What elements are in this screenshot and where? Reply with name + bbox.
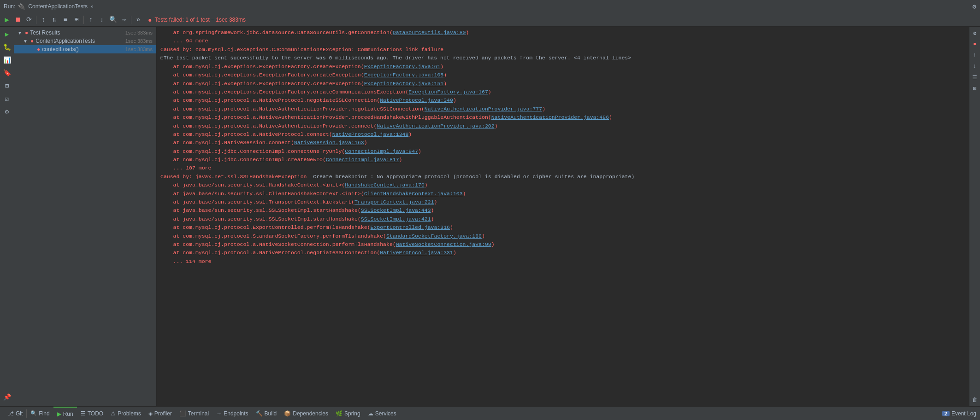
rt-trash-icon[interactable]: 🗑 [970,395,980,404]
rt-layout-icon[interactable]: ⊟ [970,84,980,93]
test-panel: ▼ ● Test Results 1sec 383ms ▼ ● ContentA… [14,27,157,406]
stack-link[interactable]: StandardSocketFactory.java:188 [386,233,482,239]
log-line: ... 94 more [160,37,965,45]
down-btn[interactable]: ↓ [97,15,107,25]
more-btn[interactable]: » [133,15,143,25]
git-label: Git [16,410,23,417]
event-log-label: Event Log [951,410,976,417]
profile-icon[interactable]: 📊 [1,54,12,65]
log-line: Caused by: com.mysql.cj.exceptions.CJCom… [160,46,965,54]
bottom-dependencies[interactable]: 📦 Dependencies [280,407,332,420]
log-expand-btn[interactable]: ⊟ [160,55,164,61]
log-line: at java.base/sun.security.ssl.ClientHand… [160,190,965,198]
stack-link[interactable]: ExceptionFactory.java:61 [364,64,441,70]
log-area[interactable]: at org.springframework.jdbc.datasource.D… [157,27,969,406]
log-line: at com.mysql.cj.exceptions.ExceptionFact… [160,71,965,79]
run-btn[interactable]: ▶ [2,15,12,25]
run-label: Run: [4,3,15,10]
debug-icon[interactable]: 🐛 [1,41,12,52]
collapse-btn[interactable]: ≡ [60,15,71,25]
rt-arrow-down[interactable]: ↓ [970,62,980,71]
stack-link[interactable]: DataSourceUtils.java:80 [393,29,466,35]
run-side-icon[interactable]: ▶ [1,29,12,40]
log-line: Caused by: javax.net.ssl.SSLHandshakeExc… [160,173,965,181]
fail-dot: ● [148,16,152,23]
todo-side-icon[interactable]: ☑ [1,93,12,104]
profiler-icon: ◈ [148,410,153,417]
tree-method[interactable]: ● contextLoads() 1sec 383ms [14,45,156,53]
log-line: at com.mysql.cj.protocol.a.NativeAuthent… [160,122,965,130]
stack-link[interactable]: ExceptionFactory.java:105 [364,72,444,78]
find-icon: 🔍 [30,410,37,416]
method-fail-icon: ● [37,46,40,52]
stack-link[interactable]: NativeAuthenticationProvider.java:486 [491,114,609,120]
stack-link[interactable]: ConnectionImpl.java:947 [345,148,418,154]
rerun-btn[interactable]: ⟳ [24,15,34,25]
class-label: ContentApplicationTests [35,38,95,44]
settings-side-icon[interactable]: ⚙ [1,106,12,117]
bottom-build[interactable]: 🔨 Build [252,407,281,420]
rt-settings-icon[interactable]: ⚙ [970,29,980,38]
endpoints-icon: → [216,410,222,417]
structure-icon[interactable]: ⊞ [1,80,12,91]
stack-link[interactable]: HandshakeContext.java:170 [345,182,425,188]
pin-icon[interactable]: 📌 [1,391,12,402]
rt-scroll-icon[interactable]: ☰ [970,73,980,82]
stack-link[interactable]: NativeSocketConnection.java:99 [396,241,491,247]
build-icon: 🔨 [256,410,263,417]
event-log[interactable]: 2 Event Log [942,410,976,417]
bookmark-icon[interactable]: 🔖 [1,67,12,78]
bottom-spring[interactable]: 🌿 Spring [332,407,364,420]
stack-link[interactable]: NativeSession.java:163 [294,140,364,146]
stack-link[interactable]: ExceptionFactory.java:167 [408,89,488,95]
stack-link[interactable]: SSLSocketImpl.java:421 [361,216,431,222]
bottom-endpoints[interactable]: → Endpoints [213,407,252,420]
stack-link[interactable]: NativeProtocol.java:1348 [332,131,409,137]
stack-link[interactable]: NativeProtocol.java:340 [380,97,453,103]
close-tab-btn[interactable]: × [90,4,93,9]
stack-link[interactable]: ExportControlled.java:316 [370,224,450,230]
stack-link[interactable]: SSLSocketImpl.java:443 [361,207,431,213]
bottom-todo[interactable]: ☰ TODO [77,407,107,420]
rt-up-icon[interactable]: ● [970,40,980,49]
bottom-profiler[interactable]: ◈ Profiler [145,407,176,420]
class-time: 1sec 383ms [125,38,153,44]
stack-link[interactable]: NativeAuthenticationProvider.java:202 [377,123,494,129]
bottom-git[interactable]: ⎇ Git [4,407,26,420]
stack-link[interactable]: NativeProtocol.java:331 [380,250,453,256]
title-bar-left: Run: 🔌 ContentApplicationTests × [4,3,94,10]
stack-link[interactable]: ExceptionFactory.java:151 [364,81,444,87]
side-icons: ▶ 🐛 📊 🔖 ⊞ ☑ ⚙ 📌 [0,27,14,406]
search-btn[interactable]: 🔍 [108,15,118,25]
bottom-run[interactable]: ▶ Run [53,407,77,420]
up-btn[interactable]: ↑ [86,15,96,25]
log-line: at java.base/sun.security.ssl.SSLSocketI… [160,215,965,223]
log-line: at com.mysql.cj.protocol.StandardSocketF… [160,232,965,240]
tree-class[interactable]: ▼ ● ContentApplicationTests 1sec 383ms [14,37,156,45]
bottom-services[interactable]: ☁ Services [364,407,400,420]
endpoints-label: Endpoints [224,410,248,417]
sort-btn[interactable]: ↕ [38,15,48,25]
settings-icon[interactable]: ⚙ [973,3,976,11]
bottom-problems[interactable]: ⚠ Problems [107,407,145,420]
tab-label: ContentApplicationTests [28,3,88,10]
stack-link[interactable]: ConnectionImpl.java:817 [326,157,399,163]
log-line: at com.mysql.cj.protocol.a.NativeAuthent… [160,113,965,122]
stop-btn[interactable]: ⏹ [13,15,23,25]
spring-label: Spring [344,410,360,417]
expand-btn[interactable]: ⊞ [71,15,82,25]
sort2-btn[interactable]: ⇅ [49,15,59,25]
bottom-terminal[interactable]: ⬛ Terminal [176,407,213,420]
stack-link[interactable]: TransportContext.java:221 [354,199,434,205]
export-btn[interactable]: ⇒ [119,15,129,25]
rt-arrow-up[interactable]: ↑ [970,51,980,60]
run-bottom-icon: ▶ [57,411,61,417]
stack-link[interactable]: NativeAuthenticationProvider.java:777 [425,106,542,112]
tree-root[interactable]: ▼ ● Test Results 1sec 383ms [14,29,156,37]
stack-link[interactable]: ClientHandshakeContext.java:103 [364,191,463,197]
log-line: at com.mysql.cj.protocol.a.NativeProtoco… [160,130,965,139]
terminal-label: Terminal [188,410,209,417]
todo-label: TODO [88,410,103,417]
dependencies-icon: 📦 [284,410,291,417]
bottom-find[interactable]: 🔍 Find [27,407,53,420]
